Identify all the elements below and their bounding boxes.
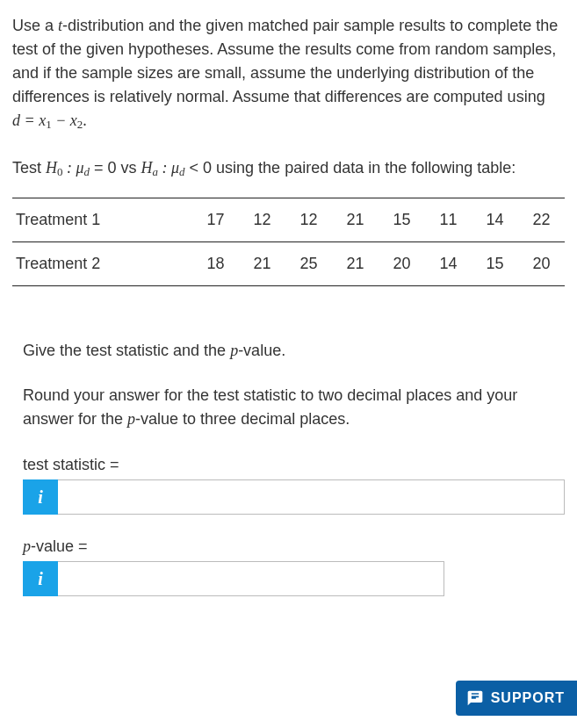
p-italic: p [230, 342, 238, 359]
data-cell: 14 [425, 242, 472, 286]
question-prompt: Give the test statistic and the p-value. [23, 339, 565, 363]
p-italic: p [23, 537, 31, 555]
data-cell: 18 [192, 242, 239, 286]
hyp-ltzero: < 0 using the paired data in the followi… [185, 159, 516, 177]
round-text-2: -value to three decimal places. [135, 410, 350, 428]
row-label: Treatment 1 [12, 198, 192, 242]
data-cell: 21 [239, 242, 285, 286]
test-statistic-input[interactable] [58, 479, 565, 515]
data-cell: 11 [425, 198, 472, 242]
table-row: Treatment 1 17 12 12 21 15 11 14 22 [12, 198, 565, 242]
test-statistic-label: test statistic = [23, 456, 565, 474]
row-label: Treatment 2 [12, 242, 192, 286]
pvalue-label-rest: -value = [31, 537, 88, 555]
data-cell: 12 [239, 198, 285, 242]
data-cell: 20 [379, 242, 425, 286]
rounding-instructions: Round your answer for the test statistic… [23, 384, 565, 431]
data-cell: 15 [472, 242, 518, 286]
p-value-input[interactable] [58, 561, 444, 596]
data-cell: 25 [285, 242, 332, 286]
data-cell: 12 [285, 198, 332, 242]
hyp-prefix: Test [12, 159, 46, 177]
diff-formula: d = x1 − x2 [12, 112, 83, 129]
data-cell: 15 [379, 198, 425, 242]
data-cell: 21 [332, 198, 379, 242]
ha-symbol: Ha : μd [141, 159, 185, 177]
h0-symbol: H0 : μd [46, 159, 90, 177]
hyp-eqzero: = 0 vs [90, 159, 141, 177]
prompt-text-2: -value. [238, 342, 285, 359]
info-button-test-statistic[interactable]: i [23, 479, 58, 515]
prompt-text-1: Give the test statistic and the [23, 342, 230, 359]
table-row: Treatment 2 18 21 25 21 20 14 15 20 [12, 242, 565, 286]
intro-text-2: -distribution and the given matched pair… [12, 17, 558, 105]
info-button-p-value[interactable]: i [23, 561, 58, 596]
data-cell: 17 [192, 198, 239, 242]
intro-text-1: Use a [12, 17, 58, 34]
data-cell: 14 [472, 198, 518, 242]
info-icon: i [38, 569, 43, 589]
p-value-label: p-value = [23, 537, 565, 556]
p-italic: p [127, 410, 135, 428]
intro-paragraph: Use a t-distribution and the given match… [12, 14, 565, 133]
data-cell: 20 [518, 242, 565, 286]
info-icon: i [38, 487, 43, 508]
hypothesis-line: Test H0 : μd = 0 vs Ha : μd < 0 using th… [12, 156, 565, 181]
paired-data-table: Treatment 1 17 12 12 21 15 11 14 22 Trea… [12, 198, 565, 286]
data-cell: 22 [518, 198, 565, 242]
data-cell: 21 [332, 242, 379, 286]
